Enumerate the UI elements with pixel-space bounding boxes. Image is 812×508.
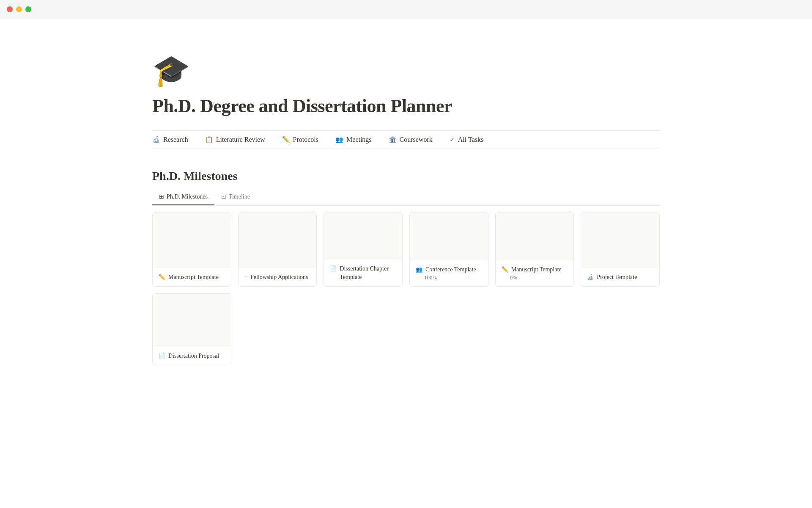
nav-item-coursework[interactable]: 🏛️ Coursework (389, 136, 433, 144)
page-icon: 🎓 (152, 52, 660, 88)
maximize-button[interactable] (25, 6, 31, 12)
page-title: Ph.D. Degree and Dissertation Planner (152, 95, 660, 117)
card-footer-4: 👥 Conference Template 100% (410, 260, 488, 287)
manuscript-template-2-icon: ✏️ (502, 266, 508, 273)
card-manuscript-template-1[interactable]: ✏️ Manuscript Template (152, 213, 231, 287)
nav-label-research: Research (163, 136, 188, 144)
dissertation-chapter-icon: 📄 (330, 265, 337, 273)
timeline-tab-label: Timeline (229, 193, 250, 200)
tab-timeline[interactable]: ⊡ Timeline (214, 190, 257, 205)
card-label-6: 🔬 Project Template (587, 273, 653, 282)
fellowship-applications-icon: ≡ (244, 273, 247, 281)
nav-item-protocols[interactable]: ✏️ Protocols (282, 136, 318, 144)
card-label-4: 👥 Conference Template (416, 265, 482, 274)
card-label-3: 📄 Dissertation Chapter Template (330, 265, 396, 281)
dissertation-proposal-icon: 📄 (159, 352, 165, 360)
nav-label-literature-review: Literature Review (216, 136, 265, 144)
card-preview-3 (324, 213, 402, 260)
card-conference-template[interactable]: 👥 Conference Template 100% (409, 213, 488, 287)
card-footer-6: 🔬 Project Template (581, 268, 659, 287)
all-tasks-icon: ✓ (450, 136, 455, 144)
timeline-tab-icon: ⊡ (221, 193, 226, 200)
nav-item-research[interactable]: 🔬 Research (152, 136, 188, 144)
card-preview-1 (153, 213, 231, 268)
card-label-7: 📄 Dissertation Proposal (159, 352, 225, 360)
meetings-icon: 👥 (335, 136, 343, 144)
nav-label-all-tasks: All Tasks (458, 136, 483, 144)
close-button[interactable] (7, 6, 13, 12)
nav-label-coursework: Coursework (400, 136, 433, 144)
manuscript-template-1-icon: ✏️ (159, 273, 165, 281)
conference-template-icon: 👥 (416, 266, 422, 273)
card-project-template[interactable]: 🔬 Project Template (581, 213, 660, 287)
title-bar (0, 0, 812, 19)
coursework-icon: 🏛️ (389, 136, 397, 144)
card-dissertation-chapter-template[interactable]: 📄 Dissertation Chapter Template (324, 213, 403, 287)
cards-grid-row2: 📄 Dissertation Proposal (152, 293, 660, 365)
nav-label-meetings: Meetings (346, 136, 372, 144)
tab-phd-milestones[interactable]: ⊞ Ph.D. Milestones (152, 190, 214, 205)
card-manuscript-template-2[interactable]: ✏️ Manuscript Template 0% (495, 213, 574, 287)
card-preview-7 (153, 294, 231, 346)
card-label-5: ✏️ Manuscript Template (502, 265, 568, 274)
nav-item-all-tasks[interactable]: ✓ All Tasks (450, 136, 483, 144)
card-footer-2: ≡ Fellowship Applications (239, 268, 317, 287)
milestones-tab-label: Ph.D. Milestones (167, 193, 208, 200)
card-label-1: ✏️ Manuscript Template (159, 273, 225, 282)
main-content: 🎓 Ph.D. Degree and Dissertation Planner … (110, 19, 702, 391)
card-meta-5: 0% (502, 274, 568, 281)
nav-bar: 🔬 Research 📋 Literature Review ✏️ Protoc… (152, 130, 660, 149)
card-footer-5: ✏️ Manuscript Template 0% (496, 260, 574, 287)
nav-label-protocols: Protocols (293, 136, 318, 144)
minimize-button[interactable] (16, 6, 22, 12)
card-preview-5 (496, 213, 574, 260)
card-meta-4: 100% (416, 274, 482, 281)
protocols-icon: ✏️ (282, 136, 290, 144)
card-footer-3: 📄 Dissertation Chapter Template (324, 260, 402, 286)
milestones-tab-icon: ⊞ (159, 193, 164, 200)
nav-item-literature-review[interactable]: 📋 Literature Review (205, 136, 265, 144)
milestones-section: Ph.D. Milestones ⊞ Ph.D. Milestones ⊡ Ti… (152, 169, 660, 365)
card-label-2: ≡ Fellowship Applications (244, 273, 311, 282)
literature-review-icon: 📋 (205, 136, 213, 144)
card-preview-2 (239, 213, 317, 268)
cards-grid-row1: ✏️ Manuscript Template ≡ Fellowship Appl… (152, 213, 660, 287)
card-preview-4 (410, 213, 488, 260)
card-footer-1: ✏️ Manuscript Template (153, 268, 231, 287)
card-dissertation-proposal[interactable]: 📄 Dissertation Proposal (152, 293, 231, 365)
card-preview-6 (581, 213, 659, 268)
project-template-icon: 🔬 (587, 273, 594, 281)
milestones-title: Ph.D. Milestones (152, 169, 660, 183)
view-tabs: ⊞ Ph.D. Milestones ⊡ Timeline (152, 190, 660, 206)
card-fellowship-applications[interactable]: ≡ Fellowship Applications (238, 213, 317, 287)
research-icon: 🔬 (152, 136, 160, 144)
card-footer-7: 📄 Dissertation Proposal (153, 347, 231, 365)
nav-item-meetings[interactable]: 👥 Meetings (335, 136, 372, 144)
